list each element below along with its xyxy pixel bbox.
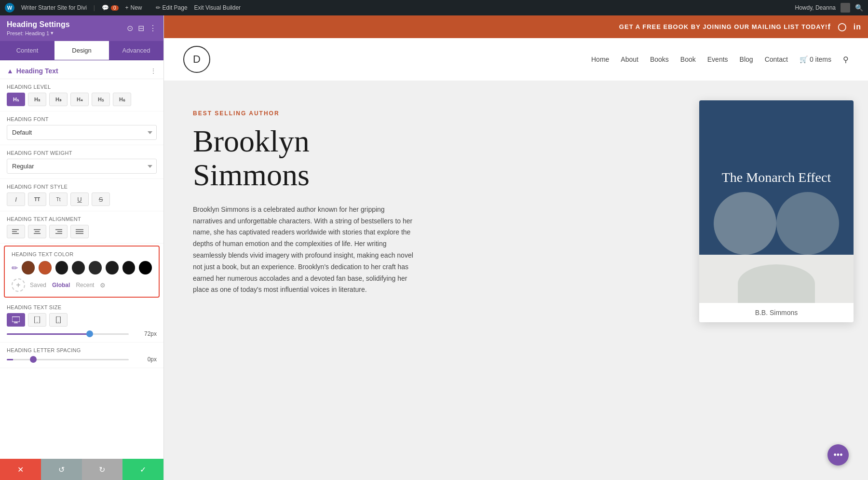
h1-button[interactable]: H₁: [7, 93, 25, 106]
book-bottom: [699, 255, 854, 303]
nav-events[interactable]: Events: [707, 55, 728, 63]
new-link[interactable]: + New: [125, 4, 142, 11]
color-swatch-4[interactable]: [72, 261, 85, 274]
h4-button[interactable]: H₄: [70, 93, 89, 106]
author-bio: Brooklyn Simmons is a celebrated author …: [193, 204, 415, 296]
nav-blog[interactable]: Blog: [740, 55, 753, 63]
tab-bar: Content Design Advanced: [0, 41, 163, 60]
comments-link[interactable]: 💬 0: [102, 4, 119, 11]
heading-font-select[interactable]: Default: [7, 125, 157, 140]
nav-cart[interactable]: 🛒 0 items: [800, 55, 831, 63]
tab-content[interactable]: Content: [0, 41, 54, 60]
undo-button[interactable]: ↺: [41, 459, 82, 480]
edit-page-link[interactable]: ✏ Edit Page: [156, 4, 188, 11]
section-collapse-icon[interactable]: ▲: [7, 67, 14, 75]
text-size-slider-row: 72px: [7, 330, 157, 337]
heading-font-weight-row: Heading Font Weight Regular: [0, 145, 163, 179]
heading-text-size-row: Heading Text Size 72px: [0, 300, 163, 343]
color-tab-global[interactable]: Global: [52, 282, 70, 288]
panel-title: Heading Settings: [7, 20, 70, 29]
color-swatch-2[interactable]: [39, 261, 52, 274]
text-size-slider[interactable]: [7, 333, 129, 335]
heading-font-weight-select[interactable]: Regular: [7, 159, 157, 174]
heading-font-style-row: Heading Font Style I TT Tt U S: [0, 179, 163, 211]
uppercase-button[interactable]: TT: [28, 192, 46, 206]
h6-button[interactable]: H₆: [113, 93, 131, 106]
nav-books[interactable]: Books: [650, 55, 669, 63]
instagram-icon[interactable]: ◯: [838, 22, 847, 31]
heading-letter-spacing-row: Heading Letter Spacing 0px: [0, 343, 163, 368]
book-title: The Monarch Effect: [722, 169, 831, 186]
color-picker-icon[interactable]: ✏: [12, 263, 18, 273]
color-swatch-6[interactable]: [106, 261, 119, 274]
heading-text-alignment-row: Heading Text Alignment: [0, 211, 163, 244]
panel-preset[interactable]: Preset: Heading 1 ▾: [7, 30, 70, 36]
heading-font-label: Heading Font: [7, 116, 157, 122]
user-avatar[interactable]: [841, 3, 850, 13]
italic-button[interactable]: I: [7, 192, 25, 206]
color-swatch-1[interactable]: [22, 261, 35, 274]
color-tab-recent[interactable]: Recent: [76, 282, 94, 288]
capitalize-button[interactable]: Tt: [49, 192, 68, 206]
site-name[interactable]: Writer Starter Site for Divi: [21, 4, 87, 11]
letter-spacing-slider[interactable]: [7, 359, 129, 360]
heading-text-section: ▲ Heading Text ⋮: [0, 60, 163, 79]
book-card: The Monarch Effect B.B. Simmons: [699, 100, 854, 322]
color-swatch-8[interactable]: [139, 261, 152, 274]
strikethrough-button[interactable]: S: [92, 192, 110, 206]
align-center-button[interactable]: [28, 225, 46, 238]
site-nav: Home About Books Book Events Blog Contac…: [591, 55, 849, 64]
add-color-button[interactable]: +: [12, 278, 25, 292]
h2-button[interactable]: H₂: [28, 93, 46, 106]
admin-bar-right: Howdy, Deanna 🔍: [795, 3, 864, 13]
page-content: GET A FREE EBOOK BY JOINING OUR MAILING …: [164, 15, 868, 480]
h5-button[interactable]: H₅: [92, 93, 110, 106]
tab-design[interactable]: Design: [54, 41, 109, 60]
nav-about[interactable]: About: [621, 55, 638, 63]
site-header: D Home About Books Book Events Blog Cont…: [164, 38, 868, 81]
mobile-size-button[interactable]: [49, 313, 68, 327]
facebook-icon[interactable]: f: [827, 23, 830, 31]
book-cover-arc-left: [714, 192, 776, 255]
columns-icon[interactable]: ⊟: [138, 24, 144, 33]
heading-level-label: Heading Level: [7, 84, 157, 90]
save-button[interactable]: ✓: [122, 459, 163, 480]
nav-home[interactable]: Home: [591, 55, 609, 63]
redo-button[interactable]: ↻: [82, 459, 123, 480]
tablet-size-button[interactable]: [28, 313, 46, 327]
author-name: BrooklynSimmons: [193, 124, 661, 192]
align-right-button[interactable]: [49, 225, 68, 238]
color-swatch-7[interactable]: [122, 261, 136, 274]
desktop-size-button[interactable]: [7, 313, 25, 327]
heading-level-row: Heading Level H₁ H₂ H₃ H₄ H₅ H₆: [0, 79, 163, 111]
underline-button[interactable]: U: [70, 192, 89, 206]
search-icon[interactable]: 🔍: [855, 4, 863, 12]
exit-builder-link[interactable]: Exit Visual Builder: [194, 4, 241, 11]
align-left-button[interactable]: [7, 225, 25, 238]
section-more-icon[interactable]: ⋮: [150, 67, 157, 75]
hero-section: BEST SELLING AUTHOR BrooklynSimmons Broo…: [164, 81, 868, 380]
color-swatch-5[interactable]: [89, 261, 102, 274]
heading-font-style-label: Heading Font Style: [7, 184, 157, 190]
color-settings-icon[interactable]: ⚙: [100, 282, 106, 289]
focus-mode-icon[interactable]: ⊙: [127, 24, 133, 33]
fab-button[interactable]: •••: [827, 444, 849, 466]
admin-bar: W Writer Starter Site for Divi | 💬 0 + N…: [0, 0, 868, 15]
svg-point-17: [37, 322, 38, 323]
wp-logo-icon[interactable]: W: [5, 3, 14, 13]
align-justify-button[interactable]: [70, 225, 89, 238]
h3-button[interactable]: H₃: [49, 93, 68, 106]
more-options-icon[interactable]: ⋮: [149, 24, 157, 33]
nav-contact[interactable]: Contact: [765, 55, 788, 63]
color-swatch-3[interactable]: [55, 261, 68, 274]
site-logo[interactable]: D: [183, 46, 210, 73]
book-author: B.B. Simmons: [699, 303, 854, 322]
panel-header-icons: ⊙ ⊟ ⋮: [127, 24, 157, 33]
linkedin-icon[interactable]: in: [854, 23, 861, 31]
nav-book[interactable]: Book: [680, 55, 696, 63]
nav-search-icon[interactable]: ⚲: [843, 55, 849, 64]
cancel-button[interactable]: ✕: [0, 459, 41, 480]
tab-advanced[interactable]: Advanced: [109, 41, 163, 60]
svg-point-19: [58, 322, 58, 322]
color-tab-saved[interactable]: Saved: [30, 282, 46, 288]
